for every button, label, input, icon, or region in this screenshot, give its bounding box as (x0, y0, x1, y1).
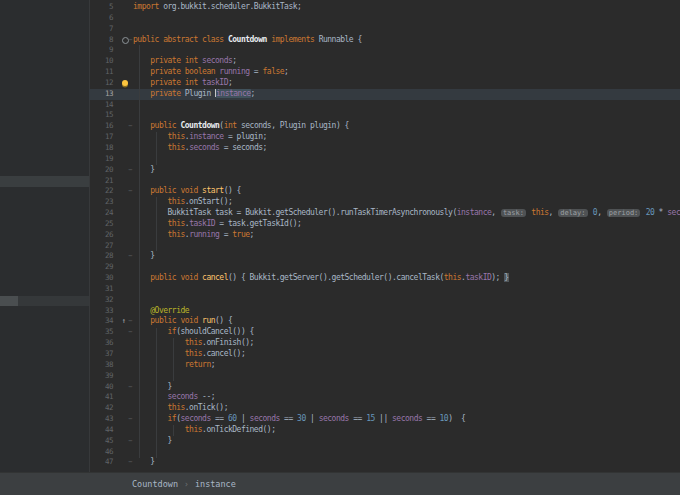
code-line-text[interactable]: public void run() { (133, 316, 680, 327)
code-line[interactable]: 40− } (89, 382, 680, 393)
code-line[interactable]: 43− if(seconds == 60 | seconds == 30 | s… (89, 414, 680, 425)
code-line-text[interactable]: private int seconds; (133, 56, 680, 67)
code-line[interactable]: 45− } (89, 436, 680, 447)
line-number[interactable]: 30 (89, 273, 117, 284)
line-number[interactable]: 13 (89, 89, 117, 100)
code-line-text[interactable] (133, 295, 680, 306)
line-number[interactable]: 19 (89, 154, 117, 165)
code-line-text[interactable] (133, 45, 680, 56)
line-number[interactable]: 28 (89, 251, 117, 262)
code-line[interactable]: 47− } (89, 457, 680, 468)
fold-marker-icon[interactable]: − (128, 186, 132, 196)
code-line-text[interactable]: } (133, 382, 680, 393)
intention-bulb-icon[interactable] (122, 80, 128, 86)
code-line-text[interactable] (133, 447, 680, 458)
code-line[interactable]: 8−public abstract class Countdown implem… (89, 35, 680, 46)
fold-marker-icon[interactable]: − (128, 165, 132, 175)
code-line[interactable]: 28− } (89, 251, 680, 262)
code-line[interactable]: 24 BukkitTask task = Bukkit.getScheduler… (89, 208, 680, 219)
code-line-text[interactable]: public void start() { (133, 186, 680, 197)
code-line-text[interactable]: BukkitTask task = Bukkit.getScheduler().… (133, 208, 680, 219)
code-line-text[interactable]: this.taskID = task.getTaskId(); (133, 219, 680, 230)
code-line-text[interactable]: import org.bukkit.scheduler.BukkitTask; (133, 2, 680, 13)
fold-marker-icon[interactable]: − (128, 327, 132, 337)
code-line[interactable]: 19 (89, 154, 680, 165)
line-number[interactable]: 40 (89, 382, 117, 393)
code-line[interactable]: 15 (89, 110, 680, 121)
code-line[interactable]: 41 seconds --; (89, 392, 680, 403)
code-line-text[interactable] (133, 154, 680, 165)
code-line-text[interactable]: this.onStart(); (133, 197, 680, 208)
code-line-text[interactable]: public void cancel() { Bukkit.getServer(… (133, 273, 680, 284)
code-line[interactable]: 35− if(shouldCancel()) { (89, 327, 680, 338)
line-number[interactable]: 16 (89, 121, 117, 132)
code-line[interactable]: 16− public Countdown(int seconds, Plugin… (89, 121, 680, 132)
line-number[interactable]: 20 (89, 165, 117, 176)
line-number[interactable]: 41 (89, 392, 117, 403)
line-number[interactable]: 26 (89, 230, 117, 241)
line-number[interactable]: 27 (89, 241, 117, 252)
code-line-text[interactable]: this.onFinish(); (133, 338, 680, 349)
code-line-text[interactable] (133, 262, 680, 273)
breadcrumb-item-class[interactable]: Countdown (132, 479, 178, 489)
code-line[interactable]: 17 this.instance = plugin; (89, 132, 680, 143)
code-line[interactable]: 10 private int seconds; (89, 56, 680, 67)
line-number[interactable]: 37 (89, 349, 117, 360)
code-line[interactable]: 42 this.onTick(); (89, 403, 680, 414)
code-line-text[interactable] (133, 241, 680, 252)
line-number[interactable]: 25 (89, 219, 117, 230)
fold-marker-icon[interactable]: − (128, 457, 132, 467)
code-line[interactable]: 21 (89, 176, 680, 187)
code-line-text[interactable]: this.instance = plugin; (133, 132, 680, 143)
line-number[interactable]: 45 (89, 436, 117, 447)
code-line-text[interactable]: this.running = true; (133, 230, 680, 241)
code-line[interactable]: 20− } (89, 165, 680, 176)
code-line-text[interactable] (133, 284, 680, 295)
code-line[interactable]: 5import org.bukkit.scheduler.BukkitTask; (89, 2, 680, 13)
code-line[interactable]: 12 private int taskID; (89, 78, 680, 89)
line-number[interactable]: 31 (89, 284, 117, 295)
code-line-text[interactable]: if(seconds == 60 | seconds == 30 | secon… (133, 414, 680, 425)
line-number[interactable]: 44 (89, 425, 117, 436)
line-number[interactable]: 36 (89, 338, 117, 349)
line-number[interactable]: 24 (89, 208, 117, 219)
code-line-text[interactable]: public abstract class Countdown implemen… (133, 35, 680, 46)
code-line-text[interactable] (133, 176, 680, 187)
line-number[interactable]: 21 (89, 176, 117, 187)
code-editor[interactable]: 5import org.bukkit.scheduler.BukkitTask;… (89, 0, 680, 472)
code-line-text[interactable]: } (133, 165, 680, 176)
line-number[interactable]: 12 (89, 78, 117, 89)
code-line[interactable]: 32 (89, 295, 680, 306)
code-line-text[interactable]: this.cancel(); (133, 349, 680, 360)
code-line-text[interactable]: } (133, 436, 680, 447)
line-number[interactable]: 33 (89, 306, 117, 317)
code-line[interactable]: 29 (89, 262, 680, 273)
code-line[interactable]: 39 (89, 371, 680, 382)
code-line-text[interactable]: this.onTickDefined(); (133, 425, 680, 436)
line-number[interactable]: 32 (89, 295, 117, 306)
fold-marker-icon[interactable]: − (128, 436, 132, 446)
code-line[interactable]: 26 this.running = true; (89, 230, 680, 241)
code-line-text[interactable]: } (133, 457, 680, 468)
code-line-text[interactable]: return; (133, 360, 680, 371)
line-number[interactable]: 34 (89, 316, 117, 327)
line-number[interactable]: 29 (89, 262, 117, 273)
code-line-text[interactable] (133, 13, 680, 24)
code-line-text[interactable]: this.seconds = seconds; (133, 143, 680, 154)
code-line-text[interactable]: @Override (133, 306, 680, 317)
line-number[interactable]: 18 (89, 143, 117, 154)
code-line[interactable]: 37 this.cancel(); (89, 349, 680, 360)
line-number[interactable]: 46 (89, 447, 117, 458)
code-line-text[interactable]: private int taskID; (133, 78, 680, 89)
line-number[interactable]: 35 (89, 327, 117, 338)
line-number[interactable]: 42 (89, 403, 117, 414)
code-line-text[interactable]: } (133, 251, 680, 262)
fold-marker-icon[interactable]: − (128, 121, 132, 131)
line-number[interactable]: 39 (89, 371, 117, 382)
code-line-text[interactable]: public Countdown(int seconds, Plugin plu… (133, 121, 680, 132)
code-line[interactable]: 18 this.seconds = seconds; (89, 143, 680, 154)
line-number[interactable]: 6 (89, 13, 117, 24)
code-line-text[interactable] (133, 24, 680, 35)
code-line[interactable]: 7 (89, 24, 680, 35)
line-number[interactable]: 47 (89, 457, 117, 468)
